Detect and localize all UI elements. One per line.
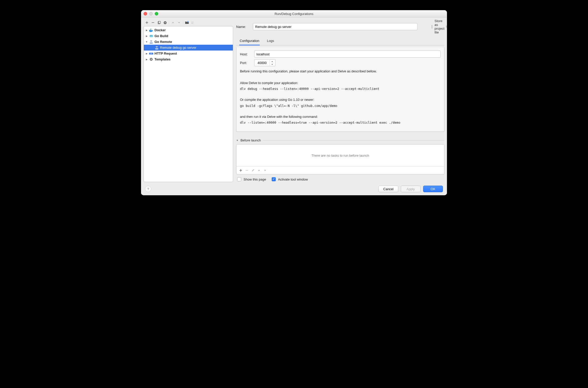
go-build-icon	[149, 34, 153, 38]
tree-node-remote-debug-go-server[interactable]: Remote debug go server	[144, 45, 233, 51]
info-line-1: Before running this configuration, pleas…	[240, 69, 441, 74]
traffic-lights	[144, 12, 158, 15]
apply-button[interactable]: Apply	[401, 186, 421, 192]
task-remove-button[interactable]	[244, 168, 250, 173]
move-down-button[interactable]	[176, 20, 182, 25]
show-this-page-check[interactable]: Show this page	[236, 176, 266, 182]
configuration-panel: Host: Port: ▲ ▼	[236, 47, 444, 132]
go-remote-icon	[149, 40, 153, 44]
sidebar-toolbar: az	[144, 19, 233, 26]
port-step-up[interactable]: ▲	[270, 60, 274, 63]
svg-rect-13	[150, 43, 153, 43]
expand-icon: ▶	[145, 35, 148, 37]
port-row: Port: ▲ ▼	[240, 59, 441, 66]
svg-rect-8	[150, 29, 151, 29]
port-stepper[interactable]: ▲ ▼	[254, 59, 275, 66]
add-config-button[interactable]	[144, 20, 150, 25]
collapse-icon: ▼	[145, 41, 148, 43]
store-label: Store as project file	[435, 19, 444, 34]
tree-label: Go Remote	[154, 40, 172, 44]
svg-text:API: API	[150, 53, 152, 54]
svg-point-12	[151, 36, 152, 36]
info-line-2: Allow Delve to compile your application:	[240, 80, 441, 86]
gear-icon[interactable]	[446, 25, 447, 28]
tabs: Configuration Logs	[236, 36, 444, 45]
window-title: Run/Debug Configurations	[141, 12, 447, 16]
task-edit-button[interactable]	[250, 168, 256, 173]
tree-node-http-request[interactable]: ▶ API HTTP Request	[144, 51, 233, 56]
collapse-icon[interactable]: ▼	[236, 139, 238, 142]
main-panel: Name: Store as project file Configuratio…	[236, 19, 444, 182]
sort-button[interactable]: az	[190, 20, 196, 25]
name-label: Name:	[236, 25, 250, 29]
info-line-4: and then run it via Delve with the follo…	[240, 114, 441, 119]
tree-label: Templates	[154, 57, 170, 61]
host-label: Host:	[240, 52, 251, 56]
tree-label: Docker	[154, 28, 166, 32]
dialog-window: Run/Debug Configurations	[141, 10, 447, 195]
before-launch-empty-text: There are no tasks to run before launch	[236, 144, 444, 166]
toolbar-separator	[169, 21, 169, 25]
svg-rect-3	[187, 22, 189, 22]
copy-config-button[interactable]	[156, 20, 162, 25]
cancel-button[interactable]: Cancel	[378, 186, 398, 192]
tree-label: Remote debug go server	[160, 46, 196, 50]
tree-label: HTTP Request	[154, 52, 177, 55]
task-add-button[interactable]	[238, 168, 244, 173]
before-launch-title: Before launch	[240, 138, 261, 142]
tree-node-go-remote[interactable]: ▼ Go Remote	[144, 39, 233, 45]
expand-icon: ▶	[145, 52, 148, 55]
activate-tool-window-label: Activate tool window	[278, 177, 308, 181]
task-move-up-button[interactable]	[256, 168, 262, 173]
command-1: dlv debug --headless --listen=:40000 --a…	[240, 87, 441, 91]
tree-node-templates[interactable]: ▶ Templates	[144, 56, 233, 62]
store-as-project-file[interactable]: Store as project file	[431, 19, 444, 34]
host-field[interactable]	[254, 51, 441, 58]
port-field[interactable]	[254, 61, 270, 65]
svg-rect-14	[155, 48, 158, 49]
http-request-icon: API	[149, 52, 153, 56]
toolbar-separator	[183, 21, 183, 25]
ok-button[interactable]: OK	[423, 186, 443, 192]
activate-tool-window-checkbox[interactable]	[272, 177, 276, 181]
activate-tool-window-check[interactable]: Activate tool window	[271, 176, 308, 182]
info-line-3: Or compile the application using Go 1.10…	[240, 97, 441, 102]
window-close-button[interactable]	[144, 12, 147, 15]
help-button[interactable]: ?	[145, 186, 151, 192]
tree-node-go-build[interactable]: ▶ Go Build	[144, 33, 233, 39]
command-2: go build -gcflags \"all=-N -l\" github.c…	[240, 104, 441, 108]
sidebar: az ▶ Docker ▶ Go Build	[144, 19, 233, 182]
tab-configuration[interactable]: Configuration	[239, 38, 260, 45]
svg-text:z: z	[193, 23, 194, 24]
command-3: dlv --listen=:40000 --headless=true --ap…	[240, 121, 441, 124]
go-remote-leaf-icon	[155, 46, 159, 50]
folder-button[interactable]	[184, 20, 190, 25]
svg-rect-1	[159, 21, 160, 23]
tree-label: Go Build	[154, 34, 168, 38]
window-zoom-button[interactable]	[155, 12, 158, 15]
move-up-button[interactable]	[170, 20, 176, 25]
host-row: Host:	[240, 51, 441, 58]
edit-defaults-button[interactable]	[162, 20, 168, 25]
name-row: Name: Store as project file	[236, 19, 444, 34]
task-move-down-button[interactable]	[262, 168, 268, 173]
show-this-page-label: Show this page	[244, 177, 266, 181]
remove-config-button[interactable]	[150, 20, 156, 25]
name-field[interactable]	[253, 23, 418, 30]
titlebar: Run/Debug Configurations	[141, 10, 447, 18]
before-launch-toolbar	[236, 166, 444, 174]
config-tree[interactable]: ▶ Docker ▶ Go Build ▼ Go Remote	[144, 26, 233, 182]
port-step-down[interactable]: ▼	[270, 63, 274, 66]
tree-node-docker[interactable]: ▶ Docker	[144, 27, 233, 33]
before-launch-list: There are no tasks to run before launch	[236, 144, 444, 174]
window-minimize-button[interactable]	[149, 12, 153, 15]
divider	[263, 140, 444, 140]
port-label: Port:	[240, 61, 251, 65]
dialog-footer: ? Cancel Apply OK	[144, 184, 444, 193]
tab-logs[interactable]: Logs	[266, 38, 274, 45]
svg-point-10	[151, 35, 153, 37]
show-this-page-checkbox[interactable]	[237, 177, 241, 181]
expand-icon: ▶	[145, 29, 148, 31]
templates-icon	[149, 57, 153, 61]
store-checkbox[interactable]	[432, 25, 432, 29]
